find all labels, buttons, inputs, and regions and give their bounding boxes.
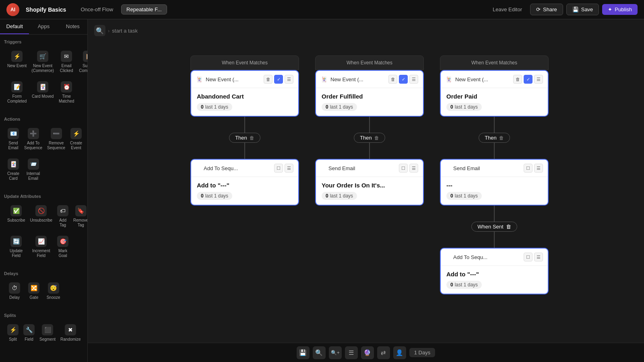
sidebar-tab-default[interactable]: Default (0, 19, 29, 34)
sidebar-item-mark-goal[interactable]: 🎯Mark Goal (56, 232, 70, 261)
toolbar-person-btn[interactable]: 👤 (393, 346, 406, 359)
sidebar-item-new-event-commerce[interactable]: 🛒New Event (Commerce) (30, 47, 56, 76)
action-node-2[interactable]: ✈ Send Email ☐ ☰ Your Order Is On It's..… (315, 159, 424, 206)
sidebar-item-survey-completed[interactable]: 📋Survey Completed (77, 47, 88, 76)
connector-3b: When Sent 🗑 (471, 206, 517, 248)
action-node-1-menu[interactable]: ☰ (285, 164, 293, 173)
action-node-3-event-name: --- (446, 182, 542, 189)
trigger-node-3-check[interactable]: ✓ (524, 75, 533, 84)
toolbar-save-btn[interactable]: 💾 (297, 346, 310, 359)
sidebar-item-card-moved[interactable]: 🃏Card Moved (30, 78, 56, 107)
trigger-node-1-trash[interactable]: 🗑 (264, 75, 272, 84)
action-node-2-check[interactable]: ☐ (399, 164, 408, 173)
splits-title: Splits (4, 313, 83, 318)
trigger-node-2[interactable]: 🃏 New Event (... 🗑 ✓ ☰ Order Fulfilled (315, 70, 424, 117)
sidebar-item-delay[interactable]: ⏱Delay (6, 279, 23, 303)
action-node-3[interactable]: ✈ Send Email ☐ ☰ --- 0last 1 days (440, 159, 549, 206)
remove-sequence-icon: ➖ (51, 128, 62, 139)
share-button[interactable]: ⟳ Share (530, 4, 563, 15)
sidebar-tab-notes[interactable]: Notes (58, 19, 87, 34)
create-event-icon: ⚡ (70, 128, 82, 139)
sidebar-item-randomize[interactable]: ✖Randomize (59, 321, 83, 345)
then-trash-3[interactable]: 🗑 (499, 135, 504, 141)
sub-action-node-3-header: ➡ Add To Sequ... ☐ ☰ (441, 249, 548, 266)
header: AI Shopify Basics Once-off Flow Repeatab… (0, 0, 644, 19)
then-trash-1[interactable]: 🗑 (250, 135, 254, 141)
send-email-icon: 📧 (8, 128, 19, 139)
sidebar-item-time-matched[interactable]: ⏰Time Matched (57, 78, 76, 107)
action-node-3-title: Send Email (453, 165, 520, 171)
save-icon: 💾 (572, 6, 579, 12)
actions-section: Actions 📧Send Email ➕Add To Sequence ➖Re… (0, 112, 87, 189)
action-node-3-check[interactable]: ☐ (524, 164, 533, 173)
tab-once-off-flow[interactable]: Once-off Flow (76, 4, 118, 14)
sidebar-item-form-completed[interactable]: 📝Form Completed (6, 78, 28, 107)
sidebar-tab-apps[interactable]: Apps (29, 19, 58, 34)
trigger-node-2-actions: 🗑 ✓ ☰ (388, 75, 418, 84)
sidebar-item-send-email[interactable]: 📧Send Email (6, 125, 21, 154)
sub-action-node-3-stat: 0last 1 days (446, 281, 482, 289)
trigger-node-3-trash[interactable]: 🗑 (513, 75, 522, 84)
sidebar-item-subscribe[interactable]: ✅Subscribe (6, 202, 27, 231)
action-node-2-menu[interactable]: ☰ (409, 164, 418, 173)
add-to-sequence-icon: ➕ (28, 128, 39, 139)
trigger-node-1-check[interactable]: ✓ (274, 75, 283, 84)
sidebar-item-new-event[interactable]: ⚡New Event (6, 47, 28, 76)
sub-action-node-3-menu[interactable]: ☰ (534, 253, 543, 261)
trigger-node-3[interactable]: 🃏 New Event (... 🗑 ✓ ☰ Order Paid (440, 70, 549, 117)
sidebar-item-remove-sequence[interactable]: ➖Remove Sequence (45, 125, 67, 154)
breadcrumb-search-icon[interactable]: 🔍 (94, 25, 105, 36)
sidebar-item-email-clicked[interactable]: ✉Email Clicked (57, 47, 76, 76)
action-node-2-actions: ☐ ☰ (399, 164, 418, 173)
sidebar-item-create-event[interactable]: ⚡Create Event (68, 125, 84, 154)
trigger-node-2-trash[interactable]: 🗑 (388, 75, 397, 84)
tab-repeatable-flow[interactable]: Repeatable F... (121, 4, 167, 14)
trigger-node-1[interactable]: 🃏 New Event (... 🗑 ✓ ☰ Abandoned Cart (190, 70, 299, 117)
toolbar-zoom-in-btn[interactable]: 🔍+ (329, 346, 342, 359)
sidebar-item-segment[interactable]: ⬛Segment (38, 321, 57, 345)
connector-line-1 (244, 117, 245, 133)
action-node-2-type-icon: ✈ (321, 165, 325, 171)
action-node-1[interactable]: ➡ Add To Sequ... ☐ ☰ Add to "---" 0last … (190, 159, 299, 206)
form-completed-icon: 📝 (11, 81, 23, 93)
action-node-3-header: ✈ Send Email ☐ ☰ (441, 160, 548, 177)
delays-items: ⏱Delay 🔀Gate 😴Snooze (4, 279, 83, 303)
sub-action-node-3[interactable]: ➡ Add To Sequ... ☐ ☰ Add to "---" 0last … (440, 248, 549, 294)
sidebar-item-gate[interactable]: 🔀Gate (25, 279, 43, 303)
sidebar-item-create-card[interactable]: 🃏Create Card (6, 155, 21, 184)
sidebar-item-update-field[interactable]: 🔄Update Field (6, 232, 27, 261)
save-button[interactable]: 💾 Save (566, 4, 599, 15)
then-trash-2[interactable]: 🗑 (374, 135, 379, 141)
leave-editor-button[interactable]: Leave Editor (488, 4, 527, 15)
sidebar-item-field[interactable]: 🔧Field (22, 321, 36, 345)
delays-section: Delays ⏱Delay 🔀Gate 😴Snooze (0, 266, 87, 308)
sidebar-item-increment-field[interactable]: 📈Increment Field (28, 232, 54, 261)
sidebar-item-add-tag[interactable]: 🏷Add Tag (56, 202, 70, 231)
toolbar-magic-btn[interactable]: 🔮 (361, 346, 374, 359)
trigger-node-2-menu[interactable]: ☰ (409, 75, 418, 84)
trigger-node-3-menu[interactable]: ☰ (534, 75, 543, 84)
connector-line-3c (494, 206, 495, 222)
action-node-2-title: Send Email (328, 165, 396, 171)
publish-button[interactable]: ✦ Publish (602, 4, 638, 15)
canvas[interactable]: 🔍 › start a task When Event Matches 🃏 Ne… (88, 19, 644, 362)
sidebar-item-internal-email[interactable]: 📨Internal Email (23, 155, 44, 184)
sidebar-item-snooze[interactable]: 😴Snooze (45, 279, 62, 303)
trigger-node-1-menu[interactable]: ☰ (285, 75, 293, 84)
flow-area[interactable]: When Event Matches 🃏 New Event (... 🗑 ✓ … (88, 39, 644, 342)
toolbar-zoom-out-btn[interactable]: 🔍 (313, 346, 326, 359)
toolbar-split-btn[interactable]: ⇄ (377, 346, 390, 359)
sidebar-item-split[interactable]: ⚡Split (6, 321, 20, 345)
action-node-1-check[interactable]: ☐ (274, 164, 283, 173)
trigger-node-2-check[interactable]: ✓ (399, 75, 408, 84)
sidebar-item-unsubscribe[interactable]: 🚫Unsubscribe (28, 202, 54, 231)
toolbar-list-btn[interactable]: ☰ (345, 346, 358, 359)
sub-action-node-3-check[interactable]: ☐ (524, 253, 533, 261)
email-clicked-icon: ✉ (61, 51, 72, 62)
action-node-3-type-icon: ✈ (446, 165, 450, 171)
when-sent-trash[interactable]: 🗑 (506, 224, 511, 230)
sidebar-item-add-to-sequence[interactable]: ➕Add To Sequence (23, 125, 44, 154)
action-node-3-menu[interactable]: ☰ (534, 164, 543, 173)
sidebar-item-remove-tag[interactable]: 🔖Remove Tag (72, 202, 88, 231)
flow-column-2: When Event Matches 🃏 New Event (... 🗑 ✓ … (307, 56, 432, 294)
